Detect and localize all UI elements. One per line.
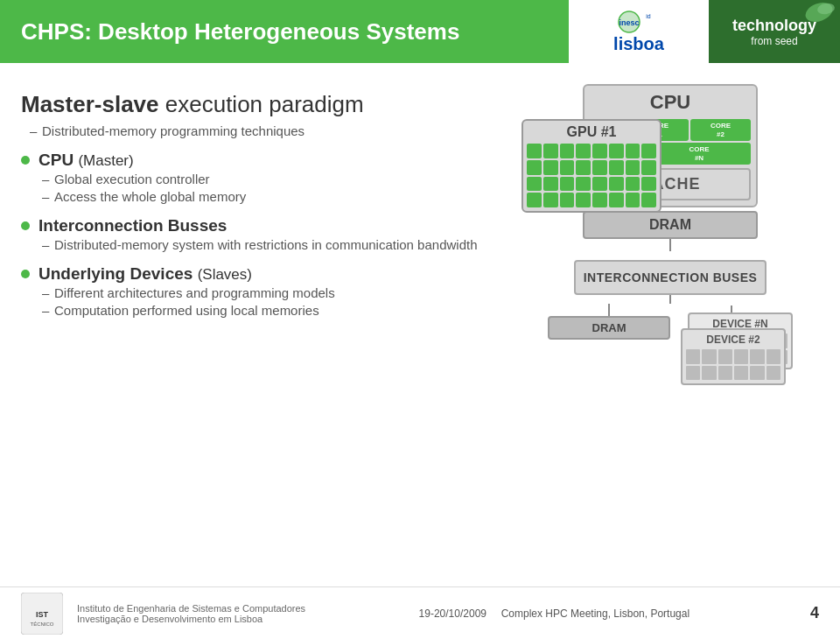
gpu-core	[576, 144, 591, 158]
device-core	[734, 349, 748, 363]
inesc-lisboa-text: lisboa	[613, 34, 664, 54]
gpu-core	[576, 193, 591, 207]
coreN-box: CORE#N	[648, 143, 751, 165]
slide-title: CHPS: Desktop Heterogeneous Systems	[21, 18, 459, 46]
gpu-core	[641, 144, 656, 158]
bullet-dot-interconnect	[21, 221, 30, 230]
gpu1-dram-box: DRAM	[548, 316, 670, 340]
device-core	[686, 349, 700, 363]
devices-bullet: Underlying Devices (Slaves)	[21, 264, 504, 284]
gpu-cores-grid	[527, 144, 656, 207]
gpu-core	[527, 144, 542, 158]
gpu-core	[609, 193, 624, 207]
gpu-core	[641, 193, 656, 207]
gpu-core	[527, 193, 542, 207]
ist-logo: IST TÉCNICO	[21, 593, 63, 635]
gpu-core	[527, 160, 542, 175]
svg-text:IST: IST	[36, 610, 49, 619]
top-bullets: Distributed-memory programming technique…	[30, 123, 504, 138]
bullet-dot-devices	[21, 270, 30, 278]
device-core	[718, 366, 732, 380]
cpu-sub-bullets: Global execution controller Access the w…	[42, 172, 504, 204]
svg-text:inesc: inesc	[619, 18, 639, 27]
devices-sub-1: Different architectures and programming …	[42, 285, 504, 300]
vert-line-2	[669, 295, 671, 304]
device-core	[766, 349, 780, 363]
cpu-dram-box: DRAM	[583, 211, 758, 239]
gpu1-column: GPU #1	[548, 304, 670, 340]
interconnect-sub-bullets: Distributed-memory system with restricti…	[42, 237, 504, 252]
main-title: Master-slave execution paradigm	[21, 91, 504, 118]
branch-row: GPU #1	[548, 304, 793, 418]
device-core	[750, 349, 764, 363]
gpu-core	[560, 144, 575, 158]
gpu-core	[543, 144, 558, 158]
device-2-box: DEVICE #2	[681, 328, 786, 385]
inesc-logo: inesc id lisboa	[569, 0, 709, 63]
gpu1-vert-line	[608, 304, 610, 311]
interconnect-box: INTERCONNECTION BUSES	[574, 260, 766, 295]
main-content: Master-slave execution paradigm Distribu…	[0, 63, 840, 586]
footer-event: 19-20/10/2009 Complex HPC Meeting, Lisbo…	[316, 607, 793, 620]
slide-footer: IST TÉCNICO Instituto de Engenharia de S…	[0, 586, 840, 639]
gpu-core	[560, 193, 575, 207]
gpu-core	[592, 177, 607, 192]
interconnect-bullet: Interconnection Busses	[21, 216, 504, 235]
slide-header: CHPS: Desktop Heterogeneous Systems ines…	[0, 0, 840, 63]
device-vert-line	[731, 305, 732, 312]
gpu-core	[609, 144, 624, 158]
svg-text:id: id	[646, 13, 651, 19]
gpu-core	[560, 177, 575, 192]
device-core	[750, 366, 764, 380]
footer-page-number: 4	[793, 604, 819, 622]
gpu-core	[626, 144, 640, 158]
svg-text:TÉCNICO: TÉCNICO	[31, 621, 54, 627]
gpu-core	[641, 160, 656, 175]
device-core	[718, 349, 732, 363]
logo-area: inesc id lisboa technology from seed	[569, 0, 840, 63]
gpu-core	[527, 177, 542, 192]
cpu-sub-1: Global execution controller	[42, 172, 504, 186]
bullet-dot-cpu	[21, 156, 30, 165]
cpu-diagram-label: CPU	[590, 91, 751, 114]
gpu-core	[592, 193, 607, 207]
gpu-core	[560, 160, 575, 175]
gpu-core	[641, 177, 656, 192]
interconnect-sub-1: Distributed-memory system with restricti…	[42, 237, 504, 252]
gpu-core	[609, 177, 624, 192]
footer-institute: Instituto de Engenharia de Sistemas e Co…	[77, 603, 316, 624]
gpu-core	[543, 177, 558, 192]
gpu-core	[576, 177, 591, 192]
gpu-core	[626, 193, 640, 207]
device-core	[702, 366, 716, 380]
device-core	[766, 366, 780, 380]
gpu-core	[626, 177, 640, 192]
tech-area: technology from seed	[709, 0, 840, 63]
gpu-core	[592, 160, 607, 175]
device-boxes: DEVICE #N	[670, 312, 793, 418]
gpu-core	[626, 160, 640, 175]
gpu1-box: GPU #1	[522, 119, 662, 213]
device-2-cores	[686, 349, 780, 380]
left-panel: Master-slave execution paradigm Distribu…	[21, 84, 522, 586]
device-stack: DEVICE #N	[670, 305, 793, 418]
gpu-core	[609, 160, 624, 175]
core2-box: CORE#2	[690, 119, 751, 141]
right-diagram: CPU CONTROL CORE#1 CORE#2 ··· CORE#N CAC…	[522, 84, 819, 586]
vert-line-1	[669, 239, 671, 251]
devices-sub-2: Computation performed using local memori…	[42, 303, 504, 318]
device-core	[702, 349, 716, 363]
device-core	[686, 366, 700, 380]
devices-sub-bullets: Different architectures and programming …	[42, 285, 504, 318]
cpu-sub-2: Access the whole global memory	[42, 189, 504, 204]
gpu1-label: GPU #1	[527, 124, 656, 140]
gpu-core	[576, 160, 591, 175]
bullet-distributed-programming: Distributed-memory programming technique…	[30, 123, 504, 138]
device-core	[734, 366, 748, 380]
cpu-bullet: CPU (Master)	[21, 151, 504, 170]
branch-connector: GPU #1	[522, 295, 819, 418]
gpu-core	[543, 193, 558, 207]
gpu-core	[543, 160, 558, 175]
gpu-core	[592, 144, 607, 158]
tech-sub: from seed	[751, 35, 797, 47]
